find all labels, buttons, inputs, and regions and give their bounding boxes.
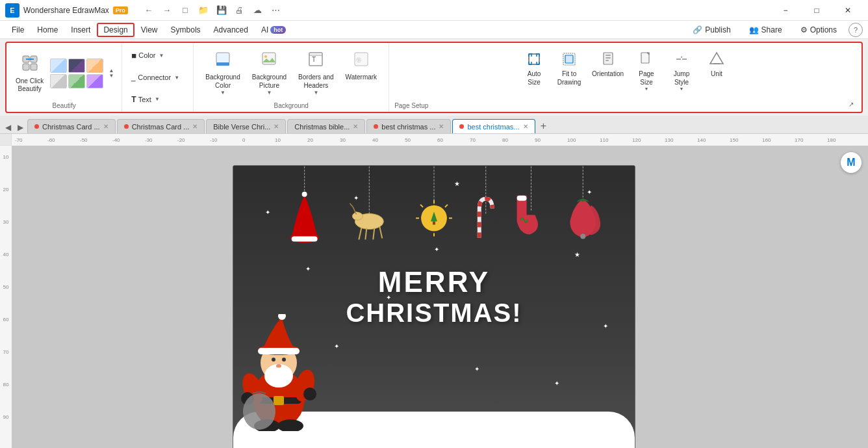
tab-close-4[interactable]: ✕ <box>353 123 358 130</box>
expand-arrows: ▲ ▼ <box>108 68 114 79</box>
background-tools: BackgroundColor ▼ BackgroundPicture ▼ <box>199 46 383 101</box>
menu-home[interactable]: Home <box>31 23 64 37</box>
menu-design[interactable]: Design <box>97 23 134 37</box>
auto-size-button[interactable]: AutoSize <box>518 48 550 89</box>
swatch-row-2 <box>50 74 103 88</box>
watermark-icon: ® <box>353 51 370 72</box>
window-controls: − □ ✕ <box>771 0 863 21</box>
svg-line-86 <box>445 205 448 207</box>
tab-close-2[interactable]: ✕ <box>192 123 198 130</box>
swatch-expand-button[interactable]: ▲ ▼ <box>106 59 116 88</box>
add-tab-button[interactable]: + <box>537 119 551 133</box>
background-color-button[interactable]: BackgroundColor ▼ <box>201 48 244 98</box>
maximize-button[interactable]: □ <box>802 0 832 21</box>
svg-point-8 <box>264 55 267 58</box>
color-icon: ■ <box>131 51 136 60</box>
svg-text:T: T <box>312 56 316 63</box>
close-button[interactable]: ✕ <box>833 0 863 21</box>
tab-close-6[interactable]: ✕ <box>523 123 528 130</box>
more-button[interactable]: ⋯ <box>268 3 284 18</box>
svg-text:80: 80 <box>502 137 508 143</box>
theme-swatch-dark[interactable] <box>68 59 85 73</box>
print-button[interactable]: 🖨 <box>232 3 248 18</box>
connector-button[interactable]: ⎯ Connector ▼ <box>127 68 188 88</box>
menu-advanced[interactable]: Advanced <box>207 23 255 37</box>
gear-icon: ⚙ <box>800 25 808 34</box>
tabs-nav-left[interactable]: ◀ <box>3 122 14 133</box>
orientation-button[interactable]: Orientation <box>588 48 628 81</box>
auto-size-icon <box>526 51 542 70</box>
tab-5[interactable]: best christmas ... ✕ <box>366 119 451 133</box>
tab-close-1[interactable]: ✕ <box>103 123 108 130</box>
undo-button[interactable]: ← <box>141 3 157 18</box>
m-floating-button[interactable]: M <box>841 152 862 173</box>
svg-point-106 <box>303 388 316 401</box>
svg-rect-6 <box>216 62 229 66</box>
svg-line-87 <box>420 205 423 207</box>
borders-headers-icon: T <box>307 51 324 72</box>
canvas-area[interactable]: ✦ ✦ ★ ✦ ✦ ✦ ✦ ★ ✦ ✦ ✦ ✦ ✦ <box>12 146 868 448</box>
ribbon-background-section: BackgroundColor ▼ BackgroundPicture ▼ <box>194 43 389 112</box>
tabs-nav-right[interactable]: ▶ <box>15 122 26 133</box>
page-size-svg <box>638 51 655 68</box>
connector-label: Connector <box>138 73 171 81</box>
connector-icon: ⎯ <box>131 73 136 81</box>
theme-swatch-mixed[interactable] <box>86 74 103 88</box>
text-button[interactable]: T Text ▼ <box>127 89 188 109</box>
color-button[interactable]: ■ Color ▼ <box>127 46 188 66</box>
orientation-svg <box>600 51 617 68</box>
menu-ai[interactable]: AI hot <box>255 23 292 37</box>
menu-symbols[interactable]: Symbols <box>164 23 207 37</box>
star-11: ✦ <box>474 365 479 373</box>
svg-rect-7 <box>262 53 275 64</box>
tabs-bar: ◀ ▶ Christmas Card ... ✕ Christmas Card … <box>0 116 868 134</box>
menu-view[interactable]: View <box>134 23 164 37</box>
svg-text:0: 0 <box>242 137 246 143</box>
ribbon: One ClickBeautify ▲ ▼ <box>5 42 863 113</box>
svg-text:130: 130 <box>665 137 674 143</box>
borders-headers-button[interactable]: T Borders andHeaders ▼ <box>294 48 337 98</box>
page-setup-expand[interactable]: ↗ <box>849 101 854 108</box>
tab-1[interactable]: Christmas Card ... ✕ <box>27 119 116 133</box>
share-label: Share <box>761 25 782 34</box>
share-button[interactable]: 👥 Share <box>743 23 789 37</box>
tab-2[interactable]: Christmas Card ... ✕ <box>117 119 205 133</box>
background-picture-button[interactable]: BackgroundPicture ▼ <box>248 48 290 98</box>
svg-text:150: 150 <box>730 137 739 143</box>
tab-close-5[interactable]: ✕ <box>439 123 444 130</box>
minimize-button[interactable]: − <box>771 0 800 21</box>
cloud-save-button[interactable]: ☁ <box>250 3 266 18</box>
menu-insert[interactable]: Insert <box>64 23 97 37</box>
help-button[interactable]: ? <box>849 23 863 37</box>
theme-swatch-gray[interactable] <box>50 74 67 88</box>
bg-picture-svg <box>261 51 277 68</box>
save-button[interactable]: 💾 <box>214 3 229 18</box>
redo-button[interactable]: → <box>159 3 175 18</box>
orientation-label: Orientation <box>592 70 624 78</box>
tab-close-3[interactable]: ✕ <box>274 123 279 130</box>
swatch-row-1 <box>50 59 103 73</box>
new-tab-button[interactable]: □ <box>177 3 193 18</box>
svg-line-80 <box>379 227 382 239</box>
ribbon-beautify-section: One ClickBeautify ▲ ▼ <box>6 43 122 112</box>
ruler-svg: -70 -60 -50 -40 -30 -20 -10 0 10 20 30 4… <box>12 134 868 146</box>
tab-4[interactable]: Christmas bible... ✕ <box>287 119 365 133</box>
page-size-button[interactable]: PageSize ▼ <box>630 48 663 94</box>
theme-swatch-green[interactable] <box>68 74 85 88</box>
jump-style-button[interactable]: JumpStyle ▼ <box>665 48 698 94</box>
jump-style-svg <box>673 51 690 68</box>
fit-to-drawing-button[interactable]: Fit toDrawing <box>553 48 585 89</box>
menu-file[interactable]: File <box>5 23 31 37</box>
svg-rect-20 <box>606 60 609 61</box>
svg-text:70: 70 <box>470 137 476 143</box>
one-click-beautify-button[interactable]: One ClickBeautify <box>12 51 47 96</box>
options-button[interactable]: ⚙ Options <box>794 23 843 37</box>
tab-3[interactable]: Bible Verse Chri... ✕ <box>206 119 286 133</box>
open-button[interactable]: 📁 <box>196 3 211 18</box>
theme-swatch-blue[interactable] <box>50 59 67 73</box>
tab-6[interactable]: best christmas... ✕ <box>452 119 535 133</box>
unit-button[interactable]: Unit <box>700 48 733 81</box>
publish-button[interactable]: 🔗 Publish <box>686 23 737 37</box>
watermark-button[interactable]: ® Watermark <box>342 48 381 84</box>
theme-swatch-orange[interactable] <box>86 59 103 73</box>
